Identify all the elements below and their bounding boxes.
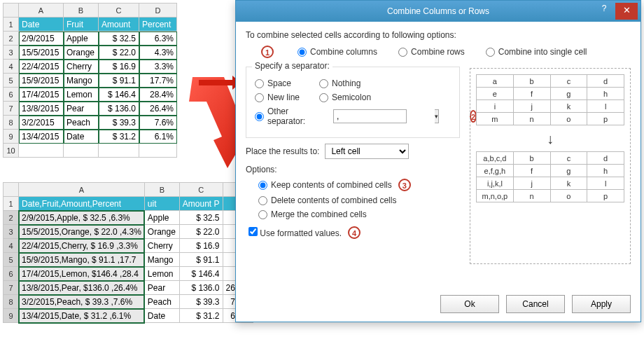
cell[interactable]: 13/4/2015 [19,130,64,144]
col-header[interactable]: B [144,183,179,197]
cancel-button[interactable]: Cancel [506,295,565,313]
row-header[interactable]: 1 [4,18,19,32]
col-header[interactable]: C [179,183,223,197]
dialog-titlebar[interactable]: Combine Columns or Rows ? ✕ [236,1,640,22]
badge-3: 3 [398,179,411,191]
cell[interactable]: Fruit [64,18,99,32]
apply-button[interactable]: Apply [572,295,631,313]
cell[interactable]: Cherry [64,60,99,74]
close-button[interactable]: ✕ [615,3,638,20]
cell[interactable]: 6.3% [139,32,177,46]
radio-combine-columns[interactable]: Combine columns [298,47,377,57]
separator-legend: Specify a separator: [252,61,332,71]
cell[interactable]: Orange [64,46,99,60]
cell[interactable]: 13/8/2015 [19,102,64,116]
row-header[interactable]: 3 [4,46,19,60]
separator-input[interactable] [333,109,407,123]
cell[interactable]: 3.3% [139,60,177,74]
row-header[interactable]: 4 [4,60,19,74]
cell[interactable]: Lemon [64,88,99,102]
cell[interactable]: Peach [64,116,99,130]
cell[interactable]: Percent [139,18,177,32]
separator-dropdown-icon[interactable]: ▾ [435,109,439,123]
cell[interactable]: 15/9/2015 [19,74,64,88]
cell[interactable]: $ 22.0 [99,46,139,60]
cell[interactable]: $ 136.0 [99,102,139,116]
spreadsheet-bottom[interactable]: ABC1Date,Fruit,Amount,PercentuitAmount P… [3,182,253,323]
row-header[interactable]: 2 [4,32,19,46]
options-label: Options: [246,165,460,174]
row-header[interactable]: 8 [4,116,19,130]
radio-sep-semicolon[interactable]: Semicolon [319,92,371,102]
cell[interactable]: 22/4/2015 [19,60,64,74]
cell[interactable]: 13/8/2015,Pear, $136.0 ,26.4% [19,281,145,295]
cell[interactable]: 28.4% [139,88,177,102]
arrow-down-icon: ↓ [476,131,624,147]
radio-opt-keep[interactable]: Keep contents of combined cells3 [258,179,460,191]
cell[interactable]: Pear [64,102,99,116]
cell[interactable]: 15/5/2015 [19,46,64,60]
cell[interactable]: $ 91.1 [99,74,139,88]
cell[interactable]: Date [64,130,99,144]
cell[interactable]: 3/2/2015 [19,116,64,130]
radio-opt-del[interactable]: Delete contents of combined cells [258,195,460,205]
cell[interactable]: $ 39.3 [99,116,139,130]
col-header[interactable]: A [19,183,145,197]
cell[interactable]: Mango [64,74,99,88]
ok-button[interactable]: Ok [440,295,499,313]
radio-sep-other[interactable]: Other separator: [255,106,305,126]
row-header[interactable]: 5 [4,74,19,88]
cell[interactable]: $ 32.5 [99,32,139,46]
cell[interactable]: 7.6% [139,116,177,130]
row-header[interactable]: 7 [4,102,19,116]
cell[interactable]: $ 16.9 [99,60,139,74]
svg-marker-1 [199,76,241,90]
small-red-arrow [199,76,241,90]
cell[interactable]: 26.4% [139,102,177,116]
cell[interactable]: Date [19,18,64,32]
row-header[interactable]: 6 [4,88,19,102]
intro-text: To combine selected cells according to f… [246,30,631,40]
col-header[interactable]: D [139,4,177,18]
cell[interactable]: 6.1% [139,130,177,144]
col-header[interactable]: B [64,4,99,18]
radio-opt-merge[interactable]: Merge the combined cells [258,209,460,219]
cell[interactable]: Apple [64,32,99,46]
cell[interactable]: 17/4/2015 [19,88,64,102]
radio-combine-rows[interactable]: Combine rows [398,47,465,57]
preview-pane: abcdefghijklmnop ↓ a,b,c,dbcde,f,g,hfghi… [470,68,631,264]
preview-input-table: abcdefghijklmnop [476,74,624,125]
badge-1: 1 [261,46,274,58]
radio-sep-newline[interactable]: New line [255,92,300,102]
cell[interactable]: 17.7% [139,74,177,88]
spreadsheet-top[interactable]: ABCD1DateFruitAmountPercent22/9/2015Appl… [3,3,177,158]
cell[interactable]: 15/9/2015,Mango, $ 91.1 ,17.7 [19,253,145,267]
cell[interactable]: 3/2/2015,Peach, $ 39.3 ,7.6% [19,295,145,309]
row-header[interactable]: 9 [4,130,19,144]
cell[interactable]: 22/4/2015,Cherry, $ 16.9 ,3.3% [19,239,145,253]
preview-output-table: a,b,c,dbcde,f,g,hfghi,j,k,ljklm,n,o,pnop [476,151,624,202]
col-header[interactable]: C [99,4,139,18]
help-button[interactable]: ? [596,4,612,19]
cell[interactable]: Amount [99,18,139,32]
cell[interactable]: 2/9/2015 [19,32,64,46]
combine-dialog: Combine Columns or Rows ? ✕ To combine s… [235,0,641,322]
col-header[interactable]: A [19,4,64,18]
cell[interactable]: $ 146.4 [99,88,139,102]
radio-sep-nothing[interactable]: Nothing [319,78,360,88]
place-select[interactable]: Left cell [325,144,409,159]
radio-combine-single[interactable]: Combine into single cell [486,47,587,57]
cell[interactable]: 13/4/2015,Date, $ 31.2 ,6.1% [19,309,145,323]
badge-4: 4 [348,226,360,239]
checkbox-formatted[interactable]: Use formatted values. [248,227,342,238]
radio-sep-space[interactable]: Space [255,78,291,88]
dialog-title: Combine Columns or Rows [387,6,489,16]
cell[interactable]: 17/4/2015,Lemon, $146.4 ,28.4 [19,267,145,281]
place-label: Place the results to: [246,146,319,156]
cell[interactable]: $ 31.2 [99,130,139,144]
cell[interactable]: 4.3% [139,46,177,60]
cell[interactable]: 2/9/2015,Apple, $ 32.5 ,6.3% [19,211,145,225]
cell[interactable]: 15/5/2015,Orange, $ 22.0 ,4.3% [19,225,145,239]
